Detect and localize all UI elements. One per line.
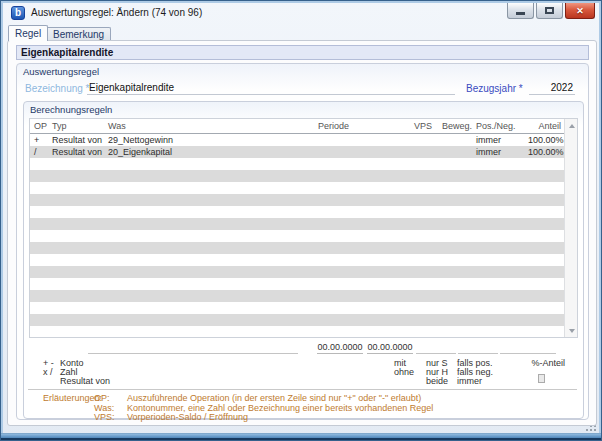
group-berechnungsregeln: Berechnungsregeln OP Typ Was Periode VPS… <box>23 101 584 419</box>
cell-op: / <box>34 146 52 158</box>
cell-beweg <box>442 134 476 146</box>
table-row-empty[interactable] <box>30 218 577 230</box>
legend-vps-ohne: ohne <box>394 368 414 377</box>
field-underline <box>458 353 498 354</box>
app-icon: b <box>11 6 25 20</box>
cell-posneg: immer <box>476 134 528 146</box>
cell-posneg: immer <box>476 146 528 158</box>
note-text-vps: Vorperioden-Saldo / Eröffnung <box>127 413 248 423</box>
table-row[interactable]: / Resultat von 20_Eigenkapital immer 100… <box>30 146 577 158</box>
scroll-down-icon <box>569 329 575 333</box>
group-auswertungsregel: Auswertungsregel Bezeichnung * Eigenkapi… <box>16 63 589 420</box>
tab-page-regel: Eigenkapitalrendite Auswertungsregel Bez… <box>7 40 597 426</box>
col-posneg: Pos./Neg. <box>476 119 528 134</box>
bezeichnung-label: Bezeichnung * <box>25 83 90 94</box>
field-underline <box>88 353 298 354</box>
field-underline <box>416 353 456 354</box>
col-typ: Typ <box>52 119 108 134</box>
rule-name-header: Eigenkapitalrendite <box>16 45 589 60</box>
cell-typ: Resultat von <box>52 134 108 146</box>
window-controls: ✕ <box>507 3 595 19</box>
note-key-vps: VPS: <box>94 413 115 423</box>
col-was: Was <box>108 119 318 134</box>
col-periode: Periode <box>318 119 414 134</box>
notes-divider <box>28 389 577 390</box>
scroll-down-button[interactable] <box>565 324 578 337</box>
table-row-empty[interactable] <box>30 314 577 326</box>
bezugsjahr-label: Bezugsjahr * <box>466 83 523 94</box>
table-row-empty[interactable] <box>30 182 577 194</box>
cell-typ: Resultat von <box>52 146 108 158</box>
legend-anteil-label: %-Anteil <box>531 359 565 368</box>
col-op: OP <box>34 119 52 134</box>
legend: + - x / Konto Zahl Resultat von mit ohne… <box>24 357 579 387</box>
legend-op-resultat: Resultat von <box>60 377 110 386</box>
cell-periode <box>318 146 414 158</box>
legend-posneg-immer: immer <box>457 377 482 386</box>
table-row-empty[interactable] <box>30 194 577 206</box>
table-row-empty[interactable] <box>30 158 577 170</box>
table-row[interactable]: + Resultat von 29_Nettogewinn immer 100.… <box>30 134 577 146</box>
cell-was: 29_Nettogewinn <box>108 134 318 146</box>
col-beweg: Beweg. <box>442 119 476 134</box>
cell-op: + <box>34 134 52 146</box>
window-title: Auswertungsregel: Ändern (74 von 96) <box>31 7 202 18</box>
tab-bemerkung[interactable]: Bemerkung <box>46 27 111 41</box>
date-field-2[interactable]: 00.00.0000 <box>367 342 413 354</box>
table-row-empty[interactable] <box>30 230 577 242</box>
tab-strip: Regel Bemerkung <box>4 24 598 41</box>
anteil-box-icon <box>538 374 545 383</box>
cell-anteil: 100.00% <box>528 134 564 146</box>
cell-was: 20_Eigenkapital <box>108 146 318 158</box>
application-window: b Auswertungsregel: Ändern (74 von 96) ✕… <box>0 0 602 441</box>
table-row-empty[interactable] <box>30 170 577 182</box>
scroll-up-button[interactable] <box>565 119 578 132</box>
tab-regel[interactable]: Regel <box>8 25 48 41</box>
table-row-empty[interactable] <box>30 302 577 314</box>
rules-table: OP Typ Was Periode VPS Beweg. Pos./Neg. … <box>29 118 578 338</box>
title-bar: b Auswertungsregel: Ändern (74 von 96) ✕ <box>4 4 598 24</box>
cell-anteil: 100.00% <box>528 146 564 158</box>
field-underline <box>500 353 556 354</box>
cell-vps <box>414 134 442 146</box>
group-auswertungsregel-title: Auswertungsregel <box>23 66 99 77</box>
group-berechnungsregeln-title: Berechnungsregeln <box>30 104 112 115</box>
bezeichnung-input[interactable]: Eigenkapitalrendite <box>87 81 455 95</box>
table-row-empty[interactable] <box>30 266 577 278</box>
cell-periode <box>318 134 414 146</box>
scroll-up-icon <box>569 124 575 128</box>
cell-beweg <box>442 146 476 158</box>
legend-beweg-beide: beide <box>426 377 448 386</box>
close-button[interactable]: ✕ <box>565 3 595 19</box>
table-scrollbar[interactable] <box>564 119 577 337</box>
table-row-empty[interactable] <box>30 206 577 218</box>
window-bottom-border <box>1 438 601 440</box>
rules-table-header: OP Typ Was Periode VPS Beweg. Pos./Neg. … <box>30 119 577 134</box>
bezugsjahr-input[interactable]: 2022 <box>529 81 575 95</box>
maximize-icon <box>545 7 554 14</box>
col-anteil: Anteil <box>528 119 561 134</box>
maximize-button[interactable] <box>536 3 563 19</box>
table-row-empty[interactable] <box>30 326 577 338</box>
minimize-button[interactable] <box>507 3 534 19</box>
date-field-1[interactable]: 00.00.0000 <box>317 342 363 354</box>
table-row-empty[interactable] <box>30 290 577 302</box>
table-row-empty[interactable] <box>30 254 577 266</box>
minimize-icon <box>516 12 525 15</box>
table-row-empty[interactable] <box>30 278 577 290</box>
rules-table-body: + Resultat von 29_Nettogewinn immer 100.… <box>30 134 577 338</box>
cell-vps <box>414 146 442 158</box>
close-icon: ✕ <box>576 4 584 18</box>
col-vps: VPS <box>414 119 442 134</box>
legend-op-symbols-2: x / <box>43 368 53 377</box>
table-row-empty[interactable] <box>30 242 577 254</box>
